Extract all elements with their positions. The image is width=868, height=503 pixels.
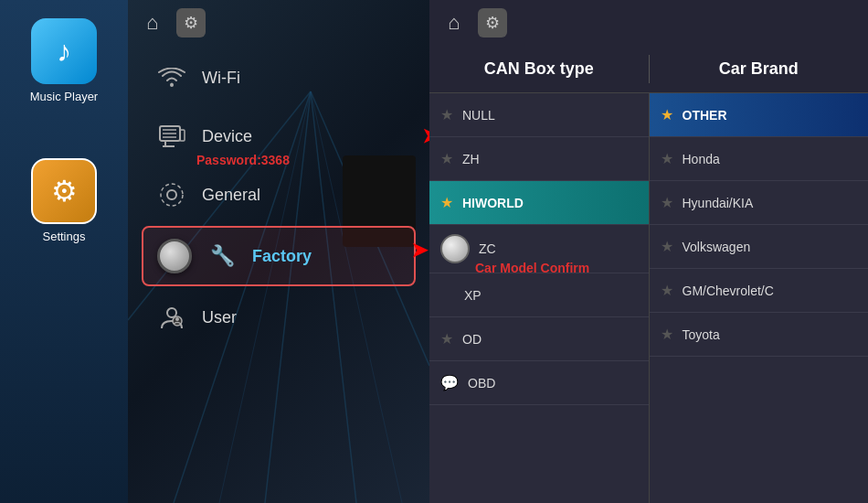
device-label: Device xyxy=(202,127,252,146)
list-item-zc[interactable]: ZC ➤ Car Model Confirm xyxy=(429,225,649,273)
factory-label: Factory xyxy=(252,247,312,266)
user-label: User xyxy=(202,308,237,327)
xp-label: XP xyxy=(464,288,482,303)
list-item-zh[interactable]: ★ ZH xyxy=(429,137,649,181)
settings-icon-box: ⚙ xyxy=(31,158,97,224)
menu-list: Wi-Fi ➤ Device ➤ Password:3368 xyxy=(128,50,429,345)
zc-toggle[interactable] xyxy=(440,234,470,263)
general-label: General xyxy=(202,186,260,205)
right-gear-icon[interactable]: ⚙ xyxy=(478,8,507,37)
star-other-gold: ★ xyxy=(661,106,673,123)
menu-item-device[interactable]: ➤ Device ➤ Password:3368 xyxy=(142,109,416,164)
device-icon xyxy=(155,120,188,153)
null-label: NULL xyxy=(462,108,495,123)
obd-chat-icon: 💬 xyxy=(440,374,459,391)
password-hint: Password:3368 xyxy=(196,153,290,167)
svg-point-16 xyxy=(161,184,183,206)
star-null: ★ xyxy=(440,106,453,123)
list-item-od[interactable]: ★ OD xyxy=(429,317,649,361)
list-item-null[interactable]: ★ NULL xyxy=(429,93,649,137)
star-volkswagen: ★ xyxy=(661,238,673,255)
star-toyota: ★ xyxy=(661,326,673,343)
menu-item-general[interactable]: General xyxy=(142,167,416,222)
list-item-other[interactable]: ★ OTHER xyxy=(650,93,869,137)
svg-point-15 xyxy=(167,190,176,199)
obd-label: OBD xyxy=(468,376,495,391)
list-item-hyundai[interactable]: ★ Hyundai/KIA xyxy=(650,181,869,225)
music-player-app[interactable]: ♪ Music Player xyxy=(30,18,98,103)
list-item-volkswagen[interactable]: ★ Volkswagen xyxy=(650,225,869,269)
zc-label: ZC xyxy=(479,241,496,256)
toyota-label: Toyota xyxy=(683,327,720,342)
svg-point-19 xyxy=(175,317,179,321)
star-zh: ★ xyxy=(440,150,453,167)
arrow-car-model: ➤ xyxy=(411,239,428,262)
menu-item-factory[interactable]: 🔧 Factory xyxy=(142,226,416,286)
middle-top-bar: ⌂ ⚙ xyxy=(128,0,429,46)
car-brand-header: Car Brand xyxy=(650,55,869,83)
music-note-icon: ♪ xyxy=(57,35,71,69)
middle-panel: ⌂ ⚙ Wi-Fi ➤ xyxy=(128,0,429,503)
car-model-confirm-text: Car Model Confirm xyxy=(475,261,589,275)
list-item-gm[interactable]: ★ GM/Chevrolet/C xyxy=(650,269,869,313)
gm-label: GM/Chevrolet/C xyxy=(683,284,774,298)
right-panel: ⌂ ⚙ CAN Box type Car Brand ★ NULL ★ ZH ★… xyxy=(429,0,868,503)
hyundai-label: Hyundai/KIA xyxy=(683,196,754,210)
menu-item-wifi[interactable]: Wi-Fi xyxy=(142,50,416,105)
settings-label: Settings xyxy=(43,230,86,243)
gear-icon-small[interactable]: ⚙ xyxy=(176,8,206,37)
list-item-toyota[interactable]: ★ Toyota xyxy=(650,313,869,357)
columns-header: CAN Box type Car Brand xyxy=(429,46,868,93)
star-honda: ★ xyxy=(661,150,673,167)
settings-gear-icon: ⚙ xyxy=(51,174,78,209)
music-player-icon-box: ♪ xyxy=(31,18,97,84)
other-label: OTHER xyxy=(683,108,727,123)
factory-wrench-icon: 🔧 xyxy=(206,240,238,273)
user-icon xyxy=(155,301,188,334)
sidebar: ♪ Music Player ⚙ Settings xyxy=(0,0,128,503)
svg-point-17 xyxy=(167,308,176,317)
right-home-icon[interactable]: ⌂ xyxy=(448,11,460,35)
car-model-confirm-annotation: Car Model Confirm xyxy=(475,260,589,276)
general-icon xyxy=(155,178,188,211)
menu-item-user[interactable]: User xyxy=(142,290,416,345)
honda-label: Honda xyxy=(683,152,720,166)
od-label: OD xyxy=(462,332,482,347)
svg-rect-11 xyxy=(180,130,185,141)
can-box-column: ★ NULL ★ ZH ★ HIWORLD ZC ➤ Car Model Con… xyxy=(429,93,650,503)
home-icon[interactable]: ⌂ xyxy=(146,11,158,35)
arrow-device-right: ➤ xyxy=(422,124,429,148)
car-model-select-annotation: ➤ Car Model Select xyxy=(411,229,429,273)
columns-body: ★ NULL ★ ZH ★ HIWORLD ZC ➤ Car Model Con… xyxy=(429,93,868,503)
svg-point-7 xyxy=(170,83,174,87)
music-player-label: Music Player xyxy=(30,90,98,103)
settings-app[interactable]: ⚙ Settings xyxy=(31,158,97,243)
list-item-xp[interactable]: XP xyxy=(429,273,649,317)
can-box-header: CAN Box type xyxy=(429,55,649,83)
factory-toggle-knob[interactable] xyxy=(157,239,192,273)
right-top-bar: ⌂ ⚙ xyxy=(429,0,868,46)
list-item-hiworld[interactable]: ★ HIWORLD xyxy=(429,181,649,225)
star-od: ★ xyxy=(440,330,453,348)
wifi-label: Wi-Fi xyxy=(202,69,240,88)
wifi-icon xyxy=(155,61,188,94)
car-brand-column: ★ OTHER ★ Honda ★ Hyundai/KIA ★ Volkswag… xyxy=(650,93,869,503)
hiworld-label: HIWORLD xyxy=(462,196,524,210)
list-item-obd[interactable]: 💬 OBD xyxy=(429,361,649,405)
volkswagen-label: Volkswagen xyxy=(683,240,751,254)
list-item-honda[interactable]: ★ Honda xyxy=(650,137,869,181)
star-hiworld-gold: ★ xyxy=(440,194,453,211)
star-gm: ★ xyxy=(661,282,673,299)
zh-label: ZH xyxy=(462,152,480,166)
star-hyundai: ★ xyxy=(661,194,673,211)
